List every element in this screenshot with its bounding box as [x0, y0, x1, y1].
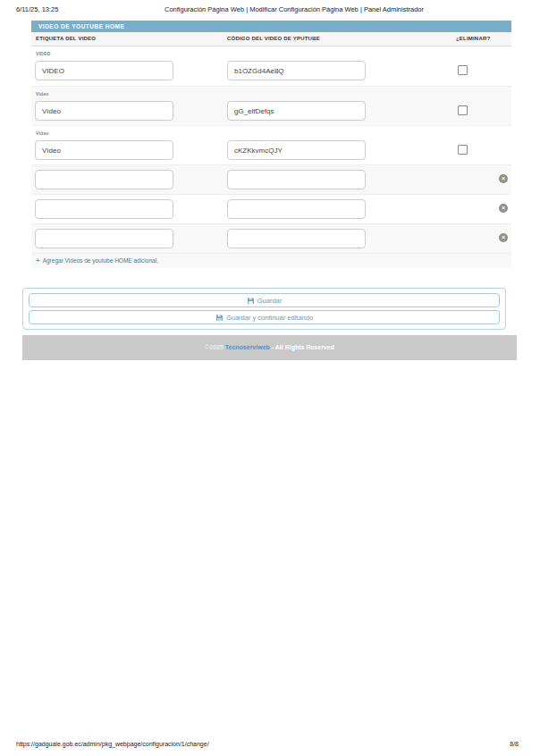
- add-video-row: +Agregar Videos de youtube HOME adiciona…: [31, 253, 511, 268]
- video-row-2: Vídeo: [31, 86, 511, 125]
- column-header-eliminar: ¿ELIMINAR?: [456, 36, 490, 41]
- etiqueta-input-3[interactable]: [35, 140, 173, 160]
- save-continue-icon: [215, 314, 224, 322]
- column-header-codigo: CÓDIGO DEL VIDEO DE YPUTUBE: [227, 36, 320, 41]
- print-datetime: 6/11/25, 13:25: [16, 5, 58, 13]
- codigo-input-5[interactable]: [227, 199, 366, 219]
- etiqueta-input-1[interactable]: [35, 61, 173, 80]
- video-row-1: VIDEO: [31, 46, 511, 86]
- video-row-6-empty: ×: [31, 223, 511, 253]
- remove-row-icon[interactable]: ×: [499, 204, 508, 213]
- codigo-input-6[interactable]: [227, 229, 366, 248]
- etiqueta-input-5[interactable]: [35, 199, 173, 219]
- save-button-label: Guardar: [257, 297, 283, 305]
- panel-title: VIDEO DE YOUTUBE HOME: [31, 21, 511, 32]
- remove-row-icon[interactable]: ×: [499, 233, 508, 242]
- save-icon: [247, 297, 255, 305]
- codigo-input-3[interactable]: [227, 140, 366, 160]
- eliminar-checkbox-3[interactable]: [458, 145, 468, 155]
- plus-icon: +: [36, 256, 40, 265]
- column-headers: ETIQUETA DEL VIDEO CÓDIGO DEL VIDEO DE Y…: [31, 32, 511, 46]
- video-row-4-empty: ×: [31, 164, 511, 194]
- remove-row-icon[interactable]: ×: [499, 174, 508, 183]
- etiqueta-input-2[interactable]: [35, 101, 173, 121]
- print-page-title: Configuración Página Web | Modificar Con…: [165, 5, 424, 13]
- save-continue-button[interactable]: Guardar y continuar editando: [29, 310, 500, 324]
- video-field-label: Vídeo: [36, 91, 49, 97]
- codigo-input-2[interactable]: [227, 101, 366, 121]
- save-button[interactable]: Guardar: [29, 293, 500, 307]
- codigo-input-1[interactable]: [227, 61, 366, 80]
- footer-rights: - All Rights Reserved: [270, 344, 334, 350]
- eliminar-checkbox-2[interactable]: [458, 105, 468, 115]
- site-footer: ©2025 Tecnoserviweb - All Rights Reserve…: [22, 335, 517, 360]
- youtube-home-videos-panel: VIDEO DE YOUTUBE HOME ETIQUETA DEL VIDEO…: [31, 21, 511, 268]
- etiqueta-input-6[interactable]: [35, 229, 173, 248]
- eliminar-checkbox-1[interactable]: [458, 65, 468, 75]
- video-row-3: Vídeo: [31, 125, 511, 164]
- column-header-etiqueta: ETIQUETA DEL VIDEO: [36, 36, 96, 41]
- footer-copyright: ©2025: [205, 344, 224, 350]
- etiqueta-input-4[interactable]: [35, 170, 173, 189]
- print-page-number: 8/8: [510, 741, 519, 747]
- video-row-5-empty: ×: [31, 194, 511, 223]
- footer-brand-link[interactable]: Tecnoserviweb: [225, 344, 270, 350]
- add-video-link[interactable]: Agregar Videos de youtube HOME adicional…: [43, 257, 158, 264]
- print-url: https://gadguale.gob.ec/admin/pkg_webpag…: [16, 741, 209, 747]
- save-continue-button-label: Guardar y continuar editando: [226, 314, 313, 322]
- codigo-input-4[interactable]: [227, 170, 366, 189]
- video-field-label: VIDEO: [36, 51, 51, 56]
- video-field-label: Vídeo: [36, 130, 49, 136]
- submit-button-group: Guardar Guardar y continuar editando: [22, 288, 506, 330]
